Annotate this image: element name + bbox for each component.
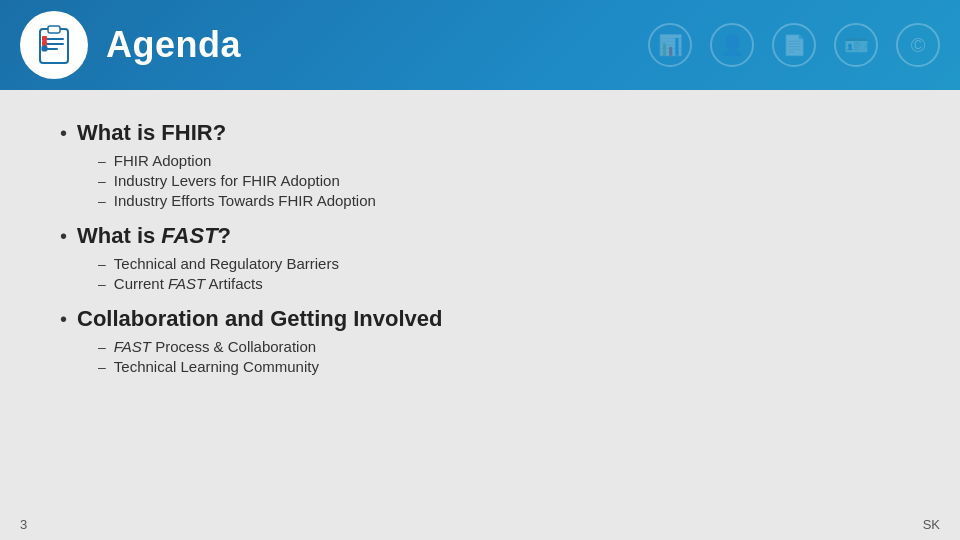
section-2-title: What is FAST?	[77, 223, 231, 249]
slide-header: Agenda 📊 👤 📄 🪪 ©	[0, 0, 960, 90]
sub-text-fast-artifacts: Current FAST Artifacts	[114, 275, 263, 292]
page-title: Agenda	[106, 24, 241, 66]
sub-text-tech-learning: Technical Learning Community	[114, 358, 319, 375]
section-3-title: Collaboration and Getting Involved	[77, 306, 442, 332]
section-3-header: • Collaboration and Getting Involved	[60, 306, 900, 332]
section-what-is-fast: • What is FAST? – Technical and Regulato…	[60, 223, 900, 292]
sub-dash-7: –	[98, 359, 106, 375]
section-1-sub-items: – FHIR Adoption – Industry Levers for FH…	[98, 152, 900, 209]
bullet-dot-3: •	[60, 309, 67, 329]
id-card-deco-icon: 🪪	[834, 23, 878, 67]
person-deco-icon: 👤	[710, 23, 754, 67]
sub-dash-4: –	[98, 256, 106, 272]
section-2-header: • What is FAST?	[60, 223, 900, 249]
sub-dash-1: –	[98, 153, 106, 169]
section-1-header: • What is FHIR?	[60, 120, 900, 146]
svg-rect-8	[42, 41, 47, 46]
sub-dash-2: –	[98, 173, 106, 189]
sub-text-fast-process: FAST Process & Collaboration	[114, 338, 316, 355]
sub-item-fast-process: – FAST Process & Collaboration	[98, 338, 900, 355]
sub-dash-3: –	[98, 193, 106, 209]
sub-text-tech-regulatory: Technical and Regulatory Barriers	[114, 255, 339, 272]
bullet-dot-2: •	[60, 226, 67, 246]
section-1-title: What is FHIR?	[77, 120, 226, 146]
sub-text-fhir-adoption: FHIR Adoption	[114, 152, 212, 169]
header-icon-circle	[20, 11, 88, 79]
svg-rect-9	[42, 46, 47, 51]
sub-dash-6: –	[98, 339, 106, 355]
page-number: 3	[20, 517, 27, 532]
bullet-dot-1: •	[60, 123, 67, 143]
sub-dash-5: –	[98, 276, 106, 292]
section-what-is-fhir: • What is FHIR? – FHIR Adoption – Indust…	[60, 120, 900, 209]
sub-item-fast-artifacts: – Current FAST Artifacts	[98, 275, 900, 292]
sub-text-industry-efforts: Industry Efforts Towards FHIR Adoption	[114, 192, 376, 209]
decorative-icons: 📊 👤 📄 🪪 ©	[648, 0, 940, 90]
section-collaboration: • Collaboration and Getting Involved – F…	[60, 306, 900, 375]
document-deco-icon: 📄	[772, 23, 816, 67]
copyright-deco-icon: ©	[896, 23, 940, 67]
slide-content: • What is FHIR? – FHIR Adoption – Indust…	[0, 90, 960, 540]
svg-rect-3	[48, 26, 60, 33]
section-2-sub-items: – Technical and Regulatory Barriers – Cu…	[98, 255, 900, 292]
svg-rect-7	[42, 36, 47, 41]
chart-deco-icon: 📊	[648, 23, 692, 67]
section-3-sub-items: – FAST Process & Collaboration – Technic…	[98, 338, 900, 375]
sub-item-tech-regulatory: – Technical and Regulatory Barriers	[98, 255, 900, 272]
sub-item-industry-levers: – Industry Levers for FHIR Adoption	[98, 172, 900, 189]
footer-initials: SK	[923, 517, 940, 532]
sub-item-fhir-adoption: – FHIR Adoption	[98, 152, 900, 169]
clipboard-icon	[32, 23, 76, 67]
sub-item-industry-efforts: – Industry Efforts Towards FHIR Adoption	[98, 192, 900, 209]
sub-text-industry-levers: Industry Levers for FHIR Adoption	[114, 172, 340, 189]
sub-item-tech-learning: – Technical Learning Community	[98, 358, 900, 375]
